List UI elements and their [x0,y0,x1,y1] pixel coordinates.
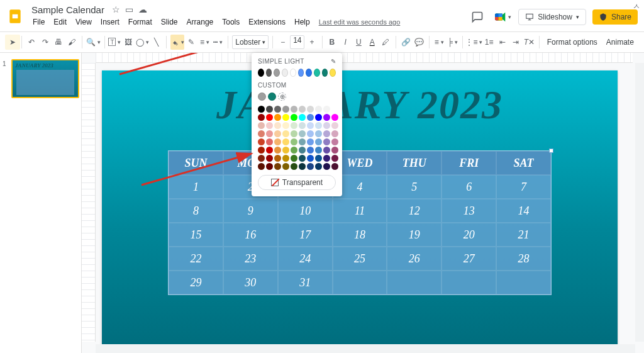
comments-icon[interactable] [468,8,487,26]
color-swatch[interactable] [307,163,314,170]
color-swatch[interactable] [315,163,322,170]
calendar-date-cell[interactable]: 22 [169,247,223,271]
meet-icon[interactable]: ▾ [493,8,512,26]
redo-button[interactable]: ↷ [39,35,51,50]
new-slide-button[interactable]: ＋ [5,35,18,50]
calendar-date-cell[interactable] [387,271,441,294]
color-swatch[interactable] [274,122,281,129]
image-tool[interactable]: 🖼 [122,35,134,50]
color-swatch[interactable] [282,155,289,162]
color-swatch[interactable] [291,163,297,170]
calendar-date-cell[interactable]: 18 [333,223,387,247]
color-swatch[interactable] [274,106,281,113]
border-dash-button[interactable]: ┅ [212,35,224,50]
vertical-scrollbar[interactable] [635,63,644,342]
italic-button[interactable]: I [340,35,352,50]
calendar-day-header[interactable]: THU [387,151,441,175]
share-button[interactable]: Share [592,9,638,25]
color-swatch[interactable] [307,114,314,121]
theme-color-swatch[interactable] [290,69,296,77]
calendar-date-cell[interactable] [496,271,551,294]
animate-button[interactable]: Animate [602,35,638,49]
color-swatch[interactable] [299,155,306,162]
horizontal-ruler[interactable] [96,53,633,63]
color-swatch[interactable] [291,114,297,121]
slide-thumbnail-1[interactable]: JANUARY 2023 [11,59,79,98]
color-swatch[interactable] [282,106,289,113]
format-options-button[interactable]: Format options [543,35,601,49]
calendar-date-cell[interactable]: 12 [387,199,441,223]
color-swatch[interactable] [315,114,322,121]
horizontal-scrollbar[interactable] [96,344,635,353]
calendar-date-cell[interactable]: 5 [387,175,441,199]
color-swatch[interactable] [331,114,338,121]
color-swatch[interactable] [274,155,281,162]
color-swatch[interactable] [307,138,314,145]
calendar-date-cell[interactable] [441,271,496,294]
calendar-date-cell[interactable]: 6 [441,175,496,199]
color-swatch[interactable] [266,147,273,154]
color-swatch[interactable] [266,130,273,137]
clear-formatting-button[interactable]: T✕ [523,35,535,50]
color-swatch[interactable] [291,130,297,137]
link-button[interactable]: 🔗 [399,35,411,50]
custom-color-swatch[interactable] [258,92,266,101]
color-swatch[interactable] [299,122,306,129]
color-swatch[interactable] [258,130,265,137]
calendar-date-cell[interactable]: 26 [387,247,441,271]
color-swatch[interactable] [331,130,338,137]
calendar-date-cell[interactable]: 15 [169,223,223,247]
document-title[interactable]: Sample Calendar [29,3,107,16]
vertical-ruler[interactable] [82,63,96,342]
calendar-date-cell[interactable]: 31 [278,271,333,294]
cloud-icon[interactable]: ☁ [138,4,147,14]
color-swatch[interactable] [331,163,338,170]
color-swatch[interactable] [291,122,297,129]
theme-color-swatch[interactable] [258,69,264,77]
color-swatch[interactable] [323,130,330,137]
color-swatch[interactable] [331,147,338,154]
color-swatch[interactable] [315,147,322,154]
calendar-day-header[interactable]: SUN [169,151,223,175]
calendar-date-cell[interactable]: 30 [223,271,278,294]
eyedropper-icon[interactable]: ✎ [331,58,336,65]
move-icon[interactable]: ▭ [125,4,133,14]
indent-decrease-button[interactable]: ⇤ [496,35,508,50]
text-color-button[interactable]: A [366,35,378,50]
color-swatch[interactable] [323,147,330,154]
color-swatch[interactable] [266,114,273,121]
color-swatch[interactable] [323,155,330,162]
calendar-date-cell[interactable]: 20 [441,223,496,247]
color-swatch[interactable] [299,106,306,113]
calendar-date-cell[interactable]: 19 [387,223,441,247]
custom-color-swatch[interactable] [268,92,276,101]
color-swatch[interactable] [282,138,289,145]
transparent-button[interactable]: Transparent [258,175,336,190]
theme-color-swatch[interactable] [306,69,312,77]
font-size-increase[interactable]: + [306,35,318,50]
color-swatch[interactable] [323,122,330,129]
color-swatch[interactable] [266,163,273,170]
color-swatch[interactable] [315,138,322,145]
color-swatch[interactable] [323,138,330,145]
theme-color-swatch[interactable] [322,69,328,77]
calendar-date-cell[interactable]: 17 [278,223,333,247]
paint-format-button[interactable]: 🖌 [66,35,78,50]
color-swatch[interactable] [323,106,330,113]
color-swatch[interactable] [266,122,273,129]
undo-button[interactable]: ↶ [26,35,38,50]
color-swatch[interactable] [274,130,281,137]
calendar-day-header[interactable]: FRI [441,151,496,175]
line-spacing-button[interactable]: ╞ [447,35,458,50]
shape-tool[interactable]: ◯ [136,35,149,50]
font-size-decrease[interactable]: − [277,35,289,50]
color-swatch[interactable] [307,155,314,162]
color-swatch[interactable] [315,106,322,113]
comment-button[interactable]: 💬 [413,35,425,50]
menu-edit[interactable]: Edit [50,16,70,28]
calendar-date-cell[interactable] [333,271,387,294]
underline-button[interactable]: U [353,35,365,50]
color-swatch[interactable] [282,114,289,121]
color-swatch[interactable] [331,106,338,113]
color-swatch[interactable] [307,122,314,129]
